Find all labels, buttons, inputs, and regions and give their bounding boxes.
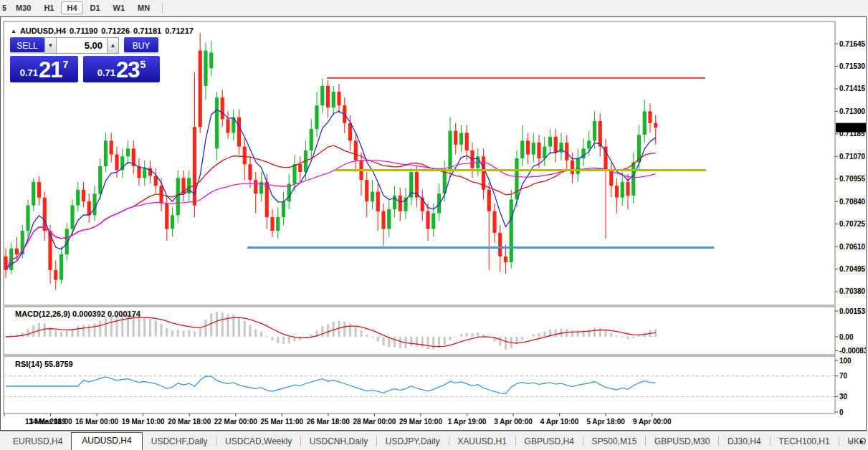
tab-usdchf-daily[interactable]: USDCHF,Daily	[143, 434, 216, 450]
svg-text:0.70495: 0.70495	[839, 265, 866, 273]
svg-text:9 Apr 00:00: 9 Apr 00:00	[633, 418, 672, 426]
svg-text:0.00: 0.00	[839, 333, 854, 341]
timeframe-toolbar: 5M30H1H4D1W1MN	[0, 0, 868, 16]
macd-label: MACD(12,26,9) 0.000392 0.000174	[15, 310, 140, 318]
timeframe-button-mn[interactable]: MN	[132, 1, 156, 14]
tab-dj30-h4[interactable]: DJ30,H4	[719, 434, 770, 450]
svg-text:-0.000835: -0.000835	[839, 347, 866, 355]
chart-title: ▲ AUDUSD,H4 0.71190 0.71226 0.71181 0.71…	[11, 27, 194, 35]
tab-sp500-m15[interactable]: SP500,M15	[583, 434, 646, 450]
svg-text:16 Mar 00:00: 16 Mar 00:00	[75, 418, 118, 426]
svg-text:28 Mar 00:00: 28 Mar 00:00	[353, 418, 396, 426]
chart-low-value: 0.71181	[133, 27, 161, 35]
svg-text:20 Mar 18:00: 20 Mar 18:00	[168, 418, 211, 426]
toolbar-separator	[162, 2, 163, 14]
macd-signal-value: 0.000174	[108, 310, 140, 318]
svg-text:0.70840: 0.70840	[839, 198, 866, 206]
volume-field[interactable]: 5.00	[57, 37, 107, 54]
one-click-trade-panel: SELL ▼ 5.00 ▲ BUY 0.71 21 7 0.71 23 5	[10, 37, 162, 82]
svg-text:70: 70	[839, 372, 848, 380]
chart-close-value: 0.71217	[165, 27, 194, 35]
timeframe-button-h4[interactable]: H4	[61, 1, 82, 14]
svg-text:0.70610: 0.70610	[839, 243, 866, 251]
timeframe-button-m30[interactable]: M30	[10, 1, 37, 14]
price-axis: 0.716450.715300.714150.713000.711850.710…	[835, 40, 866, 416]
sell-price-sup: 7	[63, 59, 69, 70]
svg-text:26 Mar 18:00: 26 Mar 18:00	[307, 418, 350, 426]
svg-text:0.71415: 0.71415	[839, 85, 866, 92]
chart-window: 0.716450.715300.714150.713000.711850.710…	[0, 16, 867, 431]
tab-scroll-right-icon[interactable]: ►	[859, 438, 865, 445]
buy-price-big: 23	[116, 60, 139, 80]
tab-tech100-h1[interactable]: TECH100,H1	[770, 434, 838, 450]
chart-symbol-period: AUDUSD,H4	[20, 27, 66, 35]
svg-text:29 Mar 10:00: 29 Mar 10:00	[399, 418, 442, 426]
timeframe-button-h1[interactable]: H1	[38, 1, 59, 14]
buy-price-button[interactable]: 0.71 23 5	[83, 56, 160, 82]
svg-text:0.71300: 0.71300	[839, 107, 866, 115]
svg-text:0.70380: 0.70380	[839, 287, 866, 295]
chart-open-value: 0.71190	[70, 27, 97, 35]
rsi-value: 55.8759	[44, 360, 73, 368]
tab-usdjpy-daily[interactable]: USDJPY,Daily	[377, 434, 449, 450]
timeframe-button-w1[interactable]: W1	[108, 1, 131, 14]
tab-usdcnh-daily[interactable]: USDCNH,Daily	[301, 434, 376, 450]
tab-scroll-left-icon[interactable]: ◄	[846, 438, 853, 445]
volume-increase-button[interactable]: ▲	[107, 37, 119, 54]
chart-tab-bar: EURUSD,H4AUDUSD,H4USDCHF,DailyUSDCAD,Wee…	[0, 431, 868, 450]
svg-text:0.71217: 0.71217	[839, 124, 866, 132]
volume-decrease-button[interactable]: ▼	[44, 37, 57, 54]
buy-button[interactable]: BUY	[124, 37, 158, 54]
svg-text:0.001538: 0.001538	[839, 307, 866, 315]
svg-text:0.70955: 0.70955	[839, 175, 866, 183]
svg-text:1 Apr 19:00: 1 Apr 19:00	[448, 418, 487, 426]
svg-text:3 Apr 00:00: 3 Apr 00:00	[494, 418, 533, 426]
tab-eurusd-h4[interactable]: EURUSD,H4	[4, 434, 71, 450]
svg-text:5 Apr 18:00: 5 Apr 18:00	[586, 418, 625, 426]
svg-text:25 Mar 11:00: 25 Mar 11:00	[261, 418, 304, 426]
svg-text:19 Mar 10:00: 19 Mar 10:00	[122, 418, 165, 426]
chart-high-value: 0.71226	[101, 27, 130, 35]
tab-audusd-h4[interactable]: AUDUSD,H4	[71, 432, 142, 450]
svg-text:0.71070: 0.71070	[839, 153, 866, 161]
buy-price-prefix: 0.71	[97, 67, 115, 78]
macd-value: 0.000392	[72, 310, 105, 318]
timeframe-button-5[interactable]: 5	[1, 1, 9, 14]
svg-text:100: 100	[839, 357, 852, 365]
time-axis: 13 Mar 201914 Mar 18:0016 Mar 00:0019 Ma…	[4, 413, 672, 426]
tab-gbpusd-m30[interactable]: GBPUSD,M30	[646, 434, 718, 450]
svg-text:4 Apr 10:00: 4 Apr 10:00	[540, 418, 579, 426]
tab-xauusd-h1[interactable]: XAUUSD,H1	[449, 434, 515, 450]
svg-text:14 Mar 18:00: 14 Mar 18:00	[29, 418, 72, 426]
rsi-label: RSI(14) 55.8759	[15, 360, 73, 368]
svg-text:0.70725: 0.70725	[839, 220, 866, 228]
tab-gbpusd-h4[interactable]: GBPUSD,H4	[516, 434, 583, 450]
tab-usdcad-weekly[interactable]: USDCAD,Weekly	[216, 434, 300, 450]
sell-button[interactable]: SELL	[10, 37, 44, 54]
sell-price-big: 21	[39, 60, 62, 80]
sell-price-button[interactable]: 0.71 21 7	[10, 56, 78, 82]
svg-text:0.71645: 0.71645	[839, 40, 866, 48]
svg-text:0.71530: 0.71530	[839, 62, 866, 70]
svg-text:22 Mar 00:00: 22 Mar 00:00	[214, 418, 257, 426]
timeframe-button-d1[interactable]: D1	[85, 1, 106, 14]
svg-text:30: 30	[839, 393, 848, 401]
tab-scroll-buttons: ◄ ►	[846, 438, 865, 445]
svg-text:0: 0	[839, 408, 844, 416]
collapse-trade-panel-icon[interactable]: ▲	[11, 28, 16, 34]
buy-price-sup: 5	[140, 59, 146, 70]
sell-price-prefix: 0.71	[20, 67, 38, 78]
